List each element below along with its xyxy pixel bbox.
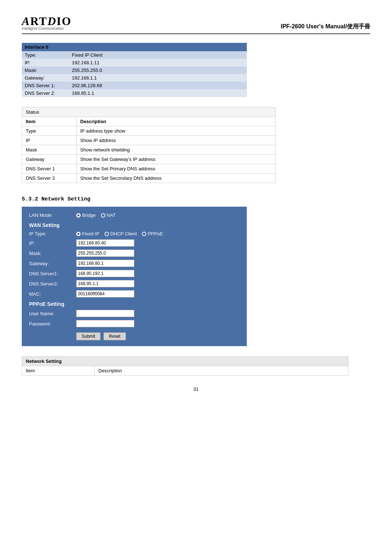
table-row: DNS Server 2: 168.95.1.1 [22, 89, 247, 97]
wan-dns2-label: DNS Server2: [29, 281, 76, 287]
interface-label-mask: Mask: [22, 66, 69, 74]
table-row: Mask Show network shielding [22, 145, 276, 155]
status-table-header: Status [22, 108, 276, 117]
wan-dns1-label: DNS Server1: [29, 271, 76, 276]
table-row: Type IP address type show [22, 126, 276, 136]
wan-ip-row: IP: [29, 239, 240, 247]
pppoe-password-row: Password: [29, 320, 240, 327]
ip-type-pppoe-label: PPPoE [148, 231, 163, 236]
wan-ip-input[interactable] [76, 239, 134, 247]
status-desc-dns1: Show the Set Primary DNS address [77, 164, 276, 174]
status-item-mask: Mask [22, 145, 77, 155]
status-item-gateway: Gateway [22, 155, 77, 164]
wan-dns2-row: DNS Server2: [29, 280, 240, 287]
lan-mode-bridge-label: Bridge [82, 212, 96, 218]
status-col-item-header: Item [22, 117, 77, 126]
ip-type-dhcp-label: DHCP Client [110, 231, 137, 236]
wan-ip-label: IP: [29, 240, 76, 246]
table-row: Gateway Show the Set Gateway’s IP addres… [22, 155, 276, 164]
table-row: Gateway: 192.168.1.1 [22, 74, 247, 82]
network-setting-col-item: Item [22, 366, 95, 376]
wan-mac-row: MAC: [29, 290, 240, 297]
interface-value-dns1: 202.96.128.68 [69, 82, 247, 89]
network-setting-form-panel: LAN Mode: Bridge NAT WAN Setting IP Type… [22, 207, 247, 346]
table-row: DNS Server 1: 202.96.128.68 [22, 82, 247, 89]
wan-dns1-input[interactable] [76, 270, 134, 277]
interface-value-gateway: 192.168.1.1 [69, 74, 247, 82]
lan-mode-nat-label: NAT [107, 212, 116, 218]
status-desc-mask: Show network shielding [77, 145, 276, 155]
interface-label-dns2: DNS Server 2: [22, 89, 69, 97]
page-header: ARTDIO Intelligent Communication IPF-260… [22, 15, 370, 34]
form-button-row: Submit Reset [29, 332, 240, 340]
ip-type-dhcp-option[interactable]: DHCP Client [105, 231, 137, 236]
table-row: Mask: 255.255.255.0 [22, 66, 247, 74]
pppoe-username-label: User Name: [29, 311, 76, 316]
status-item-type: Type [22, 126, 77, 136]
wan-mac-label: MAC: [29, 291, 76, 297]
wan-mask-label: Mask: [29, 251, 76, 256]
ip-type-label: IP Type: [29, 231, 76, 236]
page-number: 31 [22, 386, 370, 392]
lan-mode-radio-group[interactable]: Bridge NAT [76, 212, 116, 218]
table-row: Item Description [22, 366, 348, 376]
network-setting-col-desc: Description [95, 366, 348, 376]
pppoe-setting-title: PPPoE Setting [29, 301, 240, 307]
pppoe-password-input[interactable] [76, 320, 134, 327]
pppoe-password-label: Password: [29, 321, 76, 327]
interface-value-mask: 255.255.255.0 [69, 66, 247, 74]
logo-text: ARTDIO [22, 15, 72, 28]
interface-label-dns1: DNS Server 1: [22, 82, 69, 89]
section-heading-network-setting: 5.3.2 Network Setting [22, 196, 370, 202]
table-row: DNS Server 1 Show the Set Primary DNS ad… [22, 164, 276, 174]
ip-type-fixed-label: Fixed IP [82, 231, 99, 236]
interface-value-ip: 192.168.1.11 [69, 59, 247, 66]
wan-gateway-label: Gateway: [29, 261, 76, 266]
wan-gateway-input[interactable] [76, 260, 134, 267]
lan-mode-row: LAN Mode: Bridge NAT [29, 212, 240, 218]
radio-nat-icon[interactable] [101, 213, 105, 218]
status-table: Status Item Description Type IP address … [22, 107, 276, 183]
interface-table-header: Interface 0 [22, 43, 247, 51]
status-desc-gateway: Show the Set Gateway’s IP address [77, 155, 276, 164]
status-item-dns2: DNS Server 2 [22, 174, 77, 183]
ip-type-pppoe-option[interactable]: PPPoE [142, 231, 163, 236]
pppoe-username-input[interactable] [76, 310, 134, 317]
status-item-ip: IP [22, 136, 77, 145]
status-desc-ip: Show IP address [77, 136, 276, 145]
lan-mode-label: LAN Mode: [29, 212, 76, 218]
wan-dns1-row: DNS Server1: [29, 270, 240, 277]
ip-type-row: IP Type: Fixed IP DHCP Client PPPoE [29, 231, 240, 236]
pppoe-username-row: User Name: [29, 310, 240, 317]
wan-dns2-input[interactable] [76, 280, 134, 287]
table-row: IP: 192.168.1.11 [22, 59, 247, 66]
header-title: IPF-2600 User's Manual/使用手冊 [281, 23, 370, 31]
radio-fixed-ip-icon[interactable] [76, 232, 81, 236]
interface-label-ip: IP: [22, 59, 69, 66]
status-desc-type: IP address type show [77, 126, 276, 136]
wan-mask-input[interactable] [76, 250, 134, 257]
reset-button[interactable]: Reset [103, 332, 126, 340]
wan-gateway-row: Gateway: [29, 260, 240, 267]
interface-label-type: Type: [22, 51, 69, 59]
table-row: DNS Server 2 Show the Set Secondary DNS … [22, 174, 276, 183]
radio-pppoe-icon[interactable] [142, 232, 146, 236]
status-col-desc-header: Description [77, 117, 276, 126]
radio-dhcp-icon[interactable] [105, 232, 109, 236]
wan-mac-input[interactable] [76, 290, 134, 297]
radio-bridge-icon[interactable] [76, 213, 81, 218]
ip-type-fixed-option[interactable]: Fixed IP [76, 231, 99, 236]
interface-table: Interface 0 Type: Fixed IP Client IP: 19… [22, 43, 247, 97]
submit-button[interactable]: Submit [76, 332, 101, 340]
lan-mode-nat-option[interactable]: NAT [101, 212, 116, 218]
table-row: IP Show IP address [22, 136, 276, 145]
ip-type-radio-group[interactable]: Fixed IP DHCP Client PPPoE [76, 231, 163, 236]
interface-label-gateway: Gateway: [22, 74, 69, 82]
network-setting-table: Network Setting Item Description [22, 356, 348, 376]
interface-value-dns2: 168.95.1.1 [69, 89, 247, 97]
interface-value-type: Fixed IP Client [69, 51, 247, 59]
logo-subtitle: Intelligent Communication [22, 27, 72, 31]
lan-mode-bridge-option[interactable]: Bridge [76, 212, 96, 218]
logo: ARTDIO Intelligent Communication [22, 15, 72, 31]
status-desc-dns2: Show the Set Secondary DNS address [77, 174, 276, 183]
